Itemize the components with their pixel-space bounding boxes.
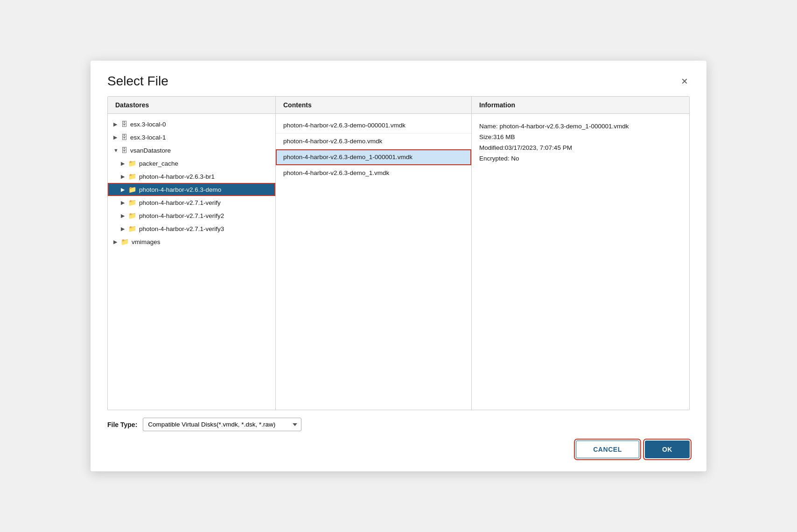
tree-item-photon471verify2[interactable]: 📁 photon-4-harbor-v2.7.1-verify2	[108, 209, 275, 222]
information-pane: Information Name: photon-4-harbor-v2.6.3…	[472, 97, 689, 410]
info-encrypted-row: Encrypted: No	[479, 154, 682, 164]
info-modified-label: Modified:	[479, 144, 505, 151]
folder-icon-photon471verify: 📁	[128, 199, 136, 206]
content-label-file4: photon-4-harbor-v2.6.3-demo_1.vmdk	[283, 169, 389, 176]
close-button[interactable]: ×	[679, 74, 690, 89]
info-modified-value: 03/17/2023, 7:07:45 PM	[505, 144, 572, 151]
info-name-row: Name: photon-4-harbor-v2.6.3-demo_1-0000…	[479, 121, 682, 132]
tree-label-photon471verify3: photon-4-harbor-v2.7.1-verify3	[139, 225, 224, 232]
content-item-file2[interactable]: photon-4-harbor-v2.6.3-demo.vmdk	[276, 133, 471, 149]
tree-item-vmimages[interactable]: 📁 vmimages	[108, 235, 275, 248]
footer-filetype: File Type: Compatible Virtual Disks(*.vm…	[91, 410, 706, 435]
db-icon-vsanDatastore: 🗄	[121, 147, 127, 154]
info-name-label: Name:	[479, 123, 500, 130]
chevron-esx3local1	[113, 134, 121, 140]
file-browser-panes: Datastores 🗄 esx.3-local-0 🗄 esx.3-local…	[107, 96, 690, 410]
tree-label-esx3local1: esx.3-local-1	[130, 134, 166, 141]
content-label-file2: photon-4-harbor-v2.6.3-demo.vmdk	[283, 138, 382, 145]
dialog-title: Select File	[107, 74, 168, 89]
content-label-file3: photon-4-harbor-v2.6.3-demo_1-000001.vmd…	[283, 154, 412, 161]
db-icon-esx3local1: 🗄	[121, 133, 127, 141]
info-encrypted-label: Encrypted:	[479, 155, 511, 162]
contents-list: photon-4-harbor-v2.6.3-demo-000001.vmdk …	[276, 114, 471, 410]
db-icon-esx3local0: 🗄	[121, 120, 127, 128]
folder-icon-photon471verify3: 📁	[128, 225, 136, 232]
info-size-label: Size:	[479, 133, 493, 140]
chevron-esx3local0	[113, 121, 121, 127]
info-size-value: 316 MB	[493, 133, 515, 140]
contents-pane: Contents photon-4-harbor-v2.6.3-demo-000…	[276, 97, 472, 410]
tree-item-photon471verify3[interactable]: 📁 photon-4-harbor-v2.7.1-verify3	[108, 222, 275, 235]
chevron-packer-cache	[121, 161, 128, 167]
footer-buttons: CANCEL OK	[91, 435, 706, 471]
tree-item-vsanDatastore[interactable]: 🗄 vsanDatastore	[108, 144, 275, 157]
ok-button[interactable]: OK	[645, 441, 690, 458]
tree-label-photon463demo: photon-4-harbor-v2.6.3-demo	[139, 186, 221, 193]
content-label-file1: photon-4-harbor-v2.6.3-demo-000001.vmdk	[283, 122, 405, 129]
tree-item-esx3local0[interactable]: 🗄 esx.3-local-0	[108, 118, 275, 131]
chevron-vsanDatastore	[113, 147, 121, 153]
info-name-value: photon-4-harbor-v2.6.3-demo_1-000001.vmd…	[500, 123, 629, 130]
datastores-tree: 🗄 esx.3-local-0 🗄 esx.3-local-1 🗄 vsanDa…	[108, 114, 275, 410]
info-size-row: Size:316 MB	[479, 132, 682, 143]
chevron-photon471verify2	[121, 213, 128, 219]
folder-icon-photon471verify2: 📁	[128, 212, 136, 219]
information-body: Name: photon-4-harbor-v2.6.3-demo_1-0000…	[472, 114, 689, 410]
folder-icon-photon463demo: 📁	[128, 186, 136, 193]
tree-label-photon463br1: photon-4-harbor-v2.6.3-br1	[139, 173, 215, 180]
tree-item-packer-cache[interactable]: 📁 packer_cache	[108, 157, 275, 170]
file-type-label: File Type:	[107, 421, 137, 428]
folder-icon-vmimages: 📁	[121, 238, 129, 245]
tree-item-esx3local1[interactable]: 🗄 esx.3-local-1	[108, 131, 275, 144]
file-type-select[interactable]: Compatible Virtual Disks(*.vmdk, *.dsk, …	[143, 418, 301, 431]
cancel-button[interactable]: CANCEL	[576, 441, 639, 458]
datastores-pane: Datastores 🗄 esx.3-local-0 🗄 esx.3-local…	[108, 97, 276, 410]
chevron-vmimages	[113, 239, 121, 245]
datastores-header: Datastores	[108, 97, 275, 114]
folder-icon-packer-cache: 📁	[128, 160, 136, 167]
tree-label-esx3local0: esx.3-local-0	[130, 121, 166, 128]
chevron-photon463br1	[121, 174, 128, 180]
information-header: Information	[472, 97, 689, 114]
content-item-file1[interactable]: photon-4-harbor-v2.6.3-demo-000001.vmdk	[276, 118, 471, 133]
tree-label-photon471verify2: photon-4-harbor-v2.7.1-verify2	[139, 212, 224, 219]
chevron-photon471verify	[121, 200, 128, 206]
tree-item-photon471verify[interactable]: 📁 photon-4-harbor-v2.7.1-verify	[108, 196, 275, 209]
tree-item-photon463br1[interactable]: 📁 photon-4-harbor-v2.6.3-br1	[108, 170, 275, 183]
info-encrypted-value: No	[511, 155, 519, 162]
chevron-photon463demo	[121, 187, 128, 193]
dialog-header: Select File ×	[91, 61, 706, 96]
tree-label-packer-cache: packer_cache	[139, 160, 178, 167]
tree-label-vmimages: vmimages	[132, 238, 161, 245]
select-file-dialog: Select File × Datastores 🗄 esx.3-local-0…	[91, 61, 706, 471]
info-modified-row: Modified:03/17/2023, 7:07:45 PM	[479, 143, 682, 154]
contents-header: Contents	[276, 97, 471, 114]
content-item-file3[interactable]: photon-4-harbor-v2.6.3-demo_1-000001.vmd…	[276, 149, 471, 165]
tree-item-photon463demo[interactable]: 📁 photon-4-harbor-v2.6.3-demo	[108, 183, 275, 196]
chevron-photon471verify3	[121, 226, 128, 232]
tree-label-photon471verify: photon-4-harbor-v2.7.1-verify	[139, 199, 221, 206]
content-item-file4[interactable]: photon-4-harbor-v2.6.3-demo_1.vmdk	[276, 165, 471, 181]
folder-icon-photon463br1: 📁	[128, 173, 136, 180]
tree-label-vsanDatastore: vsanDatastore	[130, 147, 171, 154]
